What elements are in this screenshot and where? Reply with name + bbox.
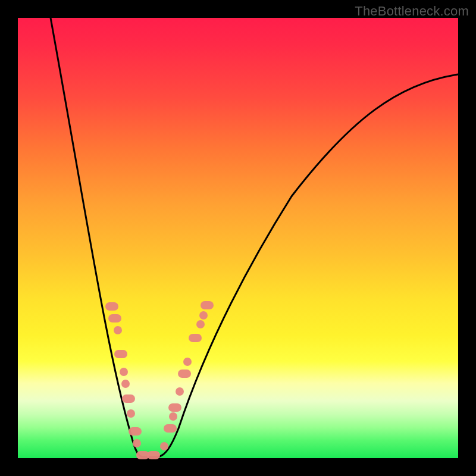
marker-11 [147,451,160,459]
marker-20 [196,320,205,328]
marker-0 [105,302,118,311]
marker-4 [120,368,128,376]
marker-5 [121,380,130,388]
marker-2 [114,326,122,334]
chart-frame: TheBottleneck.com [0,0,476,476]
marker-12 [160,442,168,450]
marker-8 [129,427,142,436]
marker-17 [178,369,191,378]
marker-3 [114,350,127,358]
attribution-text: TheBottleneck.com [355,4,469,19]
marker-15 [168,403,181,412]
marker-21 [199,311,208,320]
marker-13 [164,424,177,433]
marker-7 [127,409,135,418]
marker-19 [189,334,202,342]
marker-1 [108,314,121,322]
chart-plot-area [18,18,458,458]
marker-18 [183,358,192,366]
curve-path [51,18,458,457]
marker-14 [169,412,177,421]
marker-22 [201,301,214,309]
marker-9 [133,439,141,447]
marker-6 [122,394,135,403]
bottleneck-curve [18,18,458,458]
marker-16 [176,387,184,396]
